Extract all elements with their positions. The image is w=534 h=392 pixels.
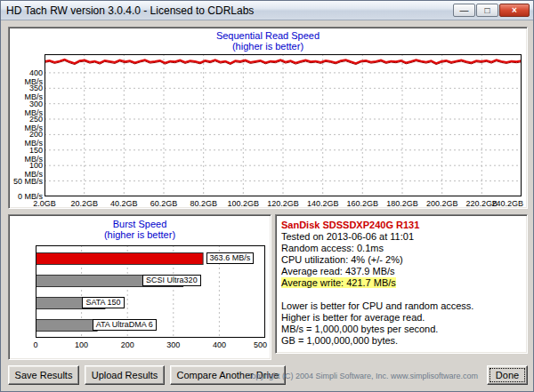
- x-tick-label: 60.2GB: [146, 199, 182, 208]
- info-line: Higher is better for average read.: [281, 312, 523, 324]
- x-tick-label: 240.2GB: [491, 199, 523, 208]
- x-tick-label: 80.2GB: [186, 199, 222, 208]
- burst-x-tick-label: 500: [244, 340, 267, 349]
- read-speed-line: [44, 60, 522, 63]
- x-tick-label: 160.2GB: [344, 199, 380, 208]
- y-tick-label: 100 MB/s: [10, 161, 43, 179]
- burst-bar: [36, 253, 204, 265]
- y-tick-label: 350 MB/s: [10, 84, 43, 101]
- info-line: GB = 1,000,000,000 bytes.: [281, 335, 523, 347]
- sequential-read-subtitle: (higher is better): [9, 41, 527, 52]
- done-label: Done: [490, 368, 525, 382]
- window-title: HD Tach RW version 3.0.4.0 - Licensed to…: [1, 4, 254, 17]
- caption-buttons: — □ ×: [453, 4, 530, 17]
- burst-x-tick-label: 100: [69, 340, 95, 349]
- burst-speed-chart-panel: Burst Speed (higher is better) 010020030…: [8, 214, 271, 360]
- info-line: [281, 289, 523, 300]
- info-line-text: GB = 1,000,000,000 bytes.: [281, 335, 398, 346]
- average-write-highlight: Average write: 421.7 MB/s: [281, 277, 396, 288]
- results-info-lines: Tested on 2013-06-06 at 11:01Random acce…: [281, 231, 523, 347]
- x-tick-label: 120.2GB: [265, 199, 301, 208]
- burst-bar: [36, 320, 98, 332]
- info-line-text: Random access: 0.1ms: [281, 243, 384, 253]
- y-tick-label: 200 MB/s: [10, 130, 43, 148]
- info-line: CPU utilization: 4% (+/- 2%): [281, 254, 523, 266]
- burst-bar-label: ATA UltraDMA 6: [93, 319, 157, 331]
- burst-bar-label: SCSI Ultra320: [142, 275, 201, 286]
- info-line: Lower is better for CPU and random acces…: [281, 300, 523, 312]
- minimize-button[interactable]: —: [453, 4, 475, 17]
- burst-speed-subtitle: (higher is better): [9, 229, 271, 240]
- done-button[interactable]: Done: [487, 365, 528, 385]
- x-tick-label: 180.2GB: [384, 199, 420, 208]
- y-tick-label: 400 MB/s: [10, 68, 43, 86]
- info-line-text: MB/s = 1,000,000 bytes per second.: [281, 324, 438, 334]
- upload-results-button[interactable]: Upload Results: [85, 365, 165, 385]
- sequential-read-plot: [44, 54, 522, 196]
- info-line-text: Average read: 437.9 MB/s: [281, 266, 395, 276]
- title-bar[interactable]: HD Tach RW version 3.0.4.0 - Licensed to…: [1, 1, 533, 20]
- burst-x-tick-label: 300: [160, 340, 187, 349]
- close-button[interactable]: ×: [499, 4, 530, 17]
- upload-results-label: Upload Results: [92, 370, 158, 380]
- burst-bar-label: 363.6 MB/s: [206, 252, 255, 264]
- burst-x-tick-label: 400: [206, 340, 232, 349]
- info-line-text: CPU utilization: 4% (+/- 2%): [281, 254, 403, 265]
- burst-speed-title: Burst Speed: [9, 219, 271, 229]
- burst-x-tick-label: 0: [22, 340, 49, 349]
- save-results-label: Save Results: [15, 370, 73, 380]
- sequential-read-svg: [44, 54, 522, 196]
- results-info-content: SanDisk SDSSDXP240G R131 Tested on 2013-…: [281, 219, 523, 347]
- x-tick-label: 100.2GB: [225, 199, 261, 208]
- burst-bar-label: SATA 150: [82, 297, 124, 308]
- x-tick-label: 40.2GB: [106, 199, 142, 208]
- x-tick-label: 140.2GB: [305, 199, 341, 208]
- info-line-text: Lower is better for CPU and random acces…: [281, 300, 473, 311]
- sequential-read-chart-panel: Sequential Read Speed (higher is better)…: [8, 27, 528, 209]
- save-results-button[interactable]: Save Results: [8, 365, 79, 385]
- y-tick-label: 300 MB/s: [10, 100, 43, 117]
- info-line: Average write: 421.7 MB/s: [281, 277, 523, 289]
- maximize-button[interactable]: □: [476, 4, 498, 17]
- results-info-panel: SanDisk SDSSDXP240G R131 Tested on 2013-…: [275, 214, 528, 354]
- info-line-text: Tested on 2013-06-06 at 11:01: [281, 231, 414, 242]
- y-tick-label: 250 MB/s: [10, 115, 43, 132]
- copyright-text: Copyright (C) 2004 Simpli Software, Inc.…: [246, 372, 478, 380]
- app-window: HD Tach RW version 3.0.4.0 - Licensed to…: [0, 0, 534, 392]
- x-tick-label: 20.2GB: [67, 199, 102, 208]
- burst-x-tick-label: 200: [114, 340, 141, 349]
- info-line-text: Higher is better for average read.: [281, 312, 425, 323]
- info-line: Random access: 0.1ms: [281, 243, 523, 254]
- y-tick-label: 150 MB/s: [10, 146, 43, 164]
- info-line: MB/s = 1,000,000 bytes per second.: [281, 324, 523, 335]
- info-line: Tested on 2013-06-06 at 11:01: [281, 231, 523, 243]
- x-tick-label: 2.0GB: [27, 199, 62, 208]
- drive-name: SanDisk SDSSDXP240G R131: [281, 219, 523, 231]
- x-tick-label: 200.2GB: [425, 199, 460, 208]
- info-line: Average read: 437.9 MB/s: [281, 266, 523, 277]
- sequential-read-title: Sequential Read Speed: [9, 30, 527, 41]
